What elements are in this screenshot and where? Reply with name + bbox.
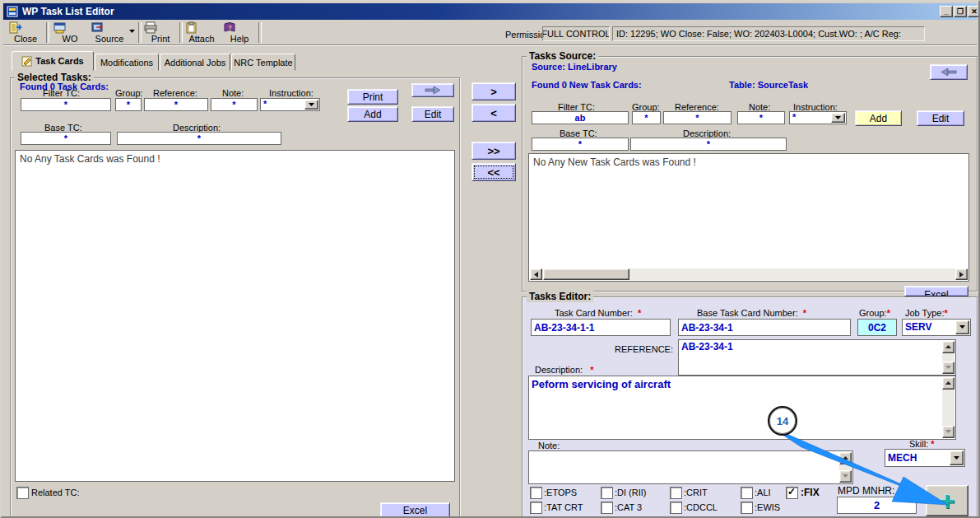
editor-group-input[interactable] (857, 319, 897, 336)
job-type-combo[interactable]: SERV (902, 319, 971, 336)
task-card-number-input[interactable] (531, 319, 671, 336)
edit-button-left[interactable]: Edit (411, 106, 454, 122)
description-editor-box[interactable]: Peform servicing of aircraft (528, 376, 956, 440)
move-right-button[interactable]: > (471, 82, 516, 100)
edit-button-source[interactable]: Edit (917, 110, 964, 126)
toolbar-close-button[interactable]: Close (8, 21, 43, 44)
filter-tc-input[interactable] (21, 98, 111, 111)
instruction-filter-combo[interactable]: * (260, 98, 320, 111)
src-base-tc-filter-input[interactable] (532, 138, 629, 151)
tab-modifications[interactable]: Modifications (95, 54, 159, 71)
ali-checkbox[interactable] (741, 487, 753, 499)
note-editor-box[interactable] (528, 450, 853, 484)
restore-button[interactable]: ❐ (954, 6, 967, 17)
cat3-checkbox[interactable] (601, 502, 613, 514)
tasks-source-title: Tasks Source: (527, 50, 598, 62)
skill-label: Skill: * (909, 439, 935, 449)
toolbar-attach-button[interactable]: Attach (184, 21, 219, 44)
scroll-up-icon[interactable] (942, 377, 954, 390)
add-task-plus-button[interactable]: + (926, 485, 968, 516)
mpd-mnhr-input[interactable] (837, 497, 917, 514)
base-task-card-number-input[interactable] (678, 319, 851, 336)
scroll-down-icon[interactable] (839, 470, 852, 483)
instruction-label: Instruction: (269, 88, 314, 98)
source-list-hscrollbar[interactable] (530, 268, 968, 280)
print-button[interactable]: Print (347, 89, 398, 105)
note-filter-input[interactable] (211, 98, 258, 111)
related-tc-label: Related TC: (31, 488, 80, 497)
source-icon (91, 21, 128, 34)
scroll-up-icon[interactable] (942, 341, 954, 353)
toolbar-help-button[interactable]: ? Help (222, 21, 257, 44)
toolbar-separator (46, 22, 49, 43)
reference-scrollbar[interactable] (942, 341, 954, 374)
reference-editor-box[interactable]: AB-23-34-1 (678, 339, 956, 376)
chevron-down-icon[interactable] (955, 320, 969, 334)
group-filter-input[interactable] (115, 98, 142, 111)
move-all-right-button[interactable]: >> (471, 142, 516, 160)
description-filter-input[interactable] (117, 132, 281, 145)
mpd-mnhr-label: MPD MNHR: (838, 485, 894, 497)
reference-filter-input[interactable] (144, 98, 208, 111)
selected-tasks-list[interactable]: No Any Task Cards was Found ! (15, 150, 455, 482)
move-left-button[interactable]: < (471, 104, 516, 122)
src-reference-filter-input[interactable] (663, 111, 732, 124)
di-rii-checkbox[interactable] (601, 487, 613, 499)
etops-checkbox[interactable] (530, 487, 542, 499)
scroll-right-icon[interactable] (955, 268, 968, 280)
excel-button-source-clipped[interactable]: Excel (904, 286, 968, 296)
toolbar: Close WO Source Print Attach ? Help (3, 20, 977, 45)
toolbar-separator (138, 22, 142, 43)
src-group-filter-input[interactable] (632, 111, 661, 124)
source-tasks-list[interactable]: No Any New Task Cards was Found ! (528, 153, 969, 282)
move-to-selected-arrow-button[interactable] (930, 64, 968, 80)
scroll-down-icon[interactable] (942, 362, 954, 374)
selected-empty-message: No Any Task Cards was Found ! (20, 153, 160, 165)
tat-crt-checkbox[interactable] (530, 502, 542, 514)
description-scrollbar[interactable] (942, 377, 954, 438)
chevron-down-icon[interactable] (831, 113, 845, 123)
related-tc-checkbox[interactable] (16, 487, 29, 499)
src-instruction-filter-combo[interactable]: * (789, 111, 847, 124)
minimize-button[interactable]: _ (940, 6, 953, 17)
chevron-down-icon[interactable] (950, 450, 964, 465)
permission-level: FULL CONTROL (542, 26, 610, 41)
note-scrollbar[interactable] (839, 452, 852, 483)
toolbar-source-button[interactable]: Source (91, 21, 128, 44)
toolbar-print-button[interactable]: Print (143, 21, 178, 44)
tab-additional-jobs[interactable]: Additional Jobs (160, 54, 230, 71)
hscroll-thumb[interactable] (543, 268, 629, 280)
cdccl-checkbox[interactable] (670, 502, 682, 514)
tab-nrc-template[interactable]: NRC Template (231, 54, 295, 71)
skill-combo[interactable]: MECH (885, 449, 965, 467)
toolbar-wo-button[interactable]: WO (53, 21, 87, 44)
add-button-source[interactable]: Add (855, 110, 902, 126)
src-description-filter-input[interactable] (630, 138, 787, 151)
chevron-down-icon[interactable] (304, 100, 318, 110)
toolbar-separator (179, 22, 183, 43)
editor-group-label: Group:* (859, 308, 890, 318)
scroll-up-icon[interactable] (839, 452, 852, 464)
tab-task-cards[interactable]: Task Cards (12, 51, 94, 71)
tasks-editor-title: Tasks Editor: (527, 291, 593, 302)
src-filter-tc-input[interactable] (532, 111, 629, 124)
move-to-source-arrow-button[interactable] (411, 83, 454, 97)
ewis-checkbox[interactable] (741, 502, 753, 514)
excel-button-left[interactable]: Excel (380, 502, 450, 518)
filter-tc-label: Filter TC: (43, 88, 80, 98)
tat-crt-label: :TAT CRT (544, 502, 583, 512)
source-name: Source: LineLibrary (532, 62, 617, 72)
close-window-button[interactable]: ✕ (968, 6, 980, 17)
fix-checkbox[interactable] (786, 487, 798, 499)
base-tc-filter-input[interactable] (21, 132, 111, 145)
scroll-down-icon[interactable] (942, 426, 954, 438)
move-all-left-button[interactable]: << (471, 163, 516, 181)
source-dropdown-arrow-icon[interactable] (128, 28, 136, 34)
crit-checkbox[interactable] (670, 487, 682, 499)
src-note-filter-input[interactable] (737, 111, 785, 124)
scroll-left-icon[interactable] (530, 268, 542, 280)
job-type-label: Job Type:* (905, 308, 948, 318)
crit-label: :CRIT (684, 488, 708, 497)
add-button-left[interactable]: Add (347, 106, 398, 122)
close-door-icon (8, 21, 43, 34)
